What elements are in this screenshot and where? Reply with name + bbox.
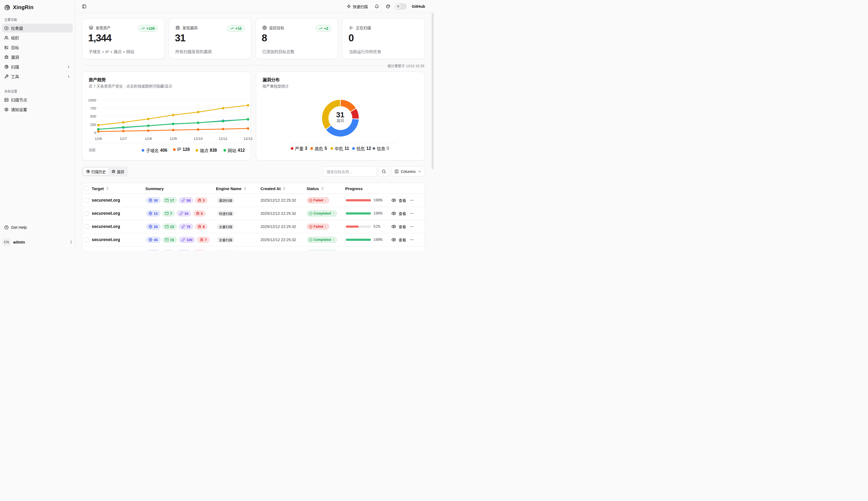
svg-text:12/8: 12/8 — [145, 137, 152, 141]
svg-text:1000: 1000 — [88, 98, 96, 102]
svg-text:12/10: 12/10 — [194, 137, 202, 141]
svg-text:750: 750 — [90, 106, 96, 110]
svg-text:0: 0 — [94, 131, 96, 135]
svg-text:12/12: 12/12 — [243, 137, 252, 141]
svg-text:500: 500 — [90, 114, 96, 118]
svg-text:12/7: 12/7 — [120, 137, 127, 141]
svg-text:250: 250 — [90, 123, 96, 127]
svg-text:12/11: 12/11 — [219, 137, 228, 141]
svg-text:12/6: 12/6 — [95, 137, 102, 141]
svg-text:12/9: 12/9 — [169, 137, 176, 141]
